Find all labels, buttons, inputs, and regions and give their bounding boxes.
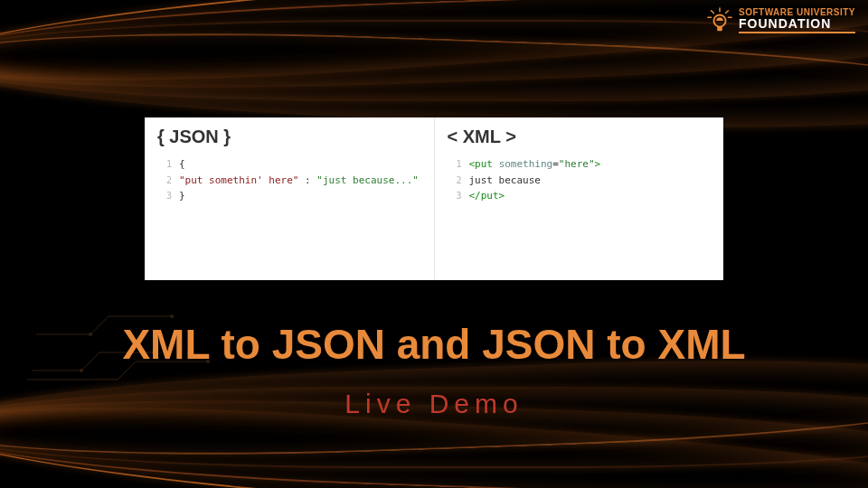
svg-point-1	[170, 314, 174, 318]
json-code-block: 1{2"put somethin' here" : "just because.…	[157, 156, 421, 204]
logo-line2: FOUNDATION	[739, 17, 855, 30]
line-number: 2	[157, 174, 172, 188]
line-number: 3	[157, 189, 172, 203]
xml-heading: < XML >	[448, 127, 712, 147]
code-line: 1<put something="here">	[448, 156, 712, 173]
slide-subtitle: Live Demo	[0, 389, 868, 419]
code-line: 2 just because	[448, 173, 712, 189]
code-line: 3</put>	[448, 188, 712, 204]
slide: SOFTWARE UNIVERSITY FOUNDATION { JSON } …	[0, 0, 868, 488]
logo: SOFTWARE UNIVERSITY FOUNDATION	[706, 7, 855, 34]
json-column: { JSON } 1{2"put somethin' here" : "just…	[145, 117, 435, 280]
code-line: 3}	[157, 188, 421, 204]
svg-line-7	[726, 11, 729, 14]
json-heading: { JSON }	[157, 127, 421, 147]
lightbulb-icon	[706, 7, 733, 34]
code-line: 1{	[157, 156, 421, 173]
xml-column: < XML > 1<put something="here">2 just be…	[435, 117, 724, 280]
slide-title: XML to JSON and JSON to XML	[0, 320, 868, 369]
comparison-panel: { JSON } 1{2"put somethin' here" : "just…	[145, 117, 723, 280]
line-number: 3	[448, 189, 462, 203]
svg-line-6	[712, 11, 714, 14]
code-line: 2"put somethin' here" : "just because...…	[157, 173, 421, 189]
svg-rect-11	[717, 27, 722, 32]
line-number: 2	[448, 174, 462, 188]
svg-point-3	[80, 369, 83, 372]
line-number: 1	[157, 157, 172, 172]
line-number: 1	[448, 157, 462, 172]
xml-code-block: 1<put something="here">2 just because3</…	[448, 156, 712, 204]
